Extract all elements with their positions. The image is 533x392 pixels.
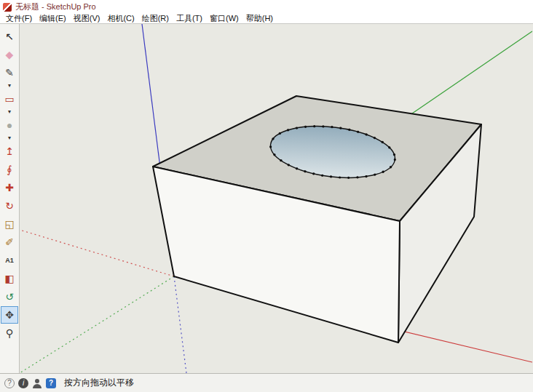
tape-measure-tool[interactable]: ✐ (1, 233, 18, 251)
menu-file[interactable]: 文件(F) (2, 13, 36, 24)
menu-view[interactable]: 视图(V) (70, 13, 104, 24)
rotate-tool[interactable]: ↻ (1, 197, 18, 215)
rectangle-tool[interactable]: ▭ (1, 90, 18, 108)
menu-help[interactable]: 帮助(H) (242, 13, 277, 24)
orbit-tool[interactable]: ↺ (1, 288, 18, 305)
scale-tool[interactable]: ◱ (1, 215, 18, 233)
viewport-svg (20, 24, 532, 373)
info-circle-icon[interactable]: i (18, 378, 28, 388)
paint-bucket-tool[interactable]: ◧ (1, 270, 18, 287)
follow-me-tool[interactable]: ∮ (1, 161, 18, 178)
zoom-tool[interactable]: ⚲ (1, 324, 18, 342)
menu-window[interactable]: 窗口(W) (206, 13, 242, 24)
line-tool[interactable]: ✎ (1, 64, 18, 81)
drawing-canvas[interactable] (20, 24, 533, 373)
menu-edit[interactable]: 编辑(E) (36, 13, 70, 24)
select-tool[interactable]: ↖ (1, 28, 18, 45)
menubar: 文件(F)编辑(E)视图(V)相机(C)绘图(R)工具(T)窗口(W)帮助(H) (0, 14, 533, 24)
status-message: 按方向拖动以平移 (64, 377, 134, 389)
circle-tools-dropdown[interactable]: ▾ (1, 135, 18, 142)
dimension-tool[interactable]: A1 (1, 252, 18, 269)
circle-tool[interactable]: ● (1, 116, 18, 134)
menu-tools[interactable]: 工具(T) (173, 13, 206, 24)
statusbar: ?i? 按方向拖动以平移 (0, 373, 533, 392)
rect-tools-dropdown[interactable]: ▾ (1, 108, 18, 116)
move-tool[interactable]: ✚ (1, 179, 18, 196)
help-circle-icon[interactable]: ? (4, 378, 15, 388)
sketchup-logo-icon (3, 3, 12, 12)
eraser-tool[interactable]: ◆ (1, 46, 18, 63)
line-tools-dropdown[interactable]: ▾ (1, 82, 18, 89)
titlebar: 无标题 - SketchUp Pro (0, 0, 533, 14)
pan-tool[interactable]: ✥ (1, 306, 18, 324)
tool-palette: ↖◆✎▾▭▾●▾↥∮✚↻◱✐A1◧↺✥⚲ (0, 24, 20, 373)
window-title: 无标题 - SketchUp Pro (15, 1, 96, 12)
menu-draw[interactable]: 绘图(R) (138, 13, 173, 24)
menu-camera[interactable]: 相机(C) (103, 13, 138, 24)
user-icon[interactable] (32, 378, 42, 388)
push-pull-tool[interactable]: ↥ (1, 143, 18, 160)
help-badge-icon[interactable]: ? (46, 378, 56, 388)
